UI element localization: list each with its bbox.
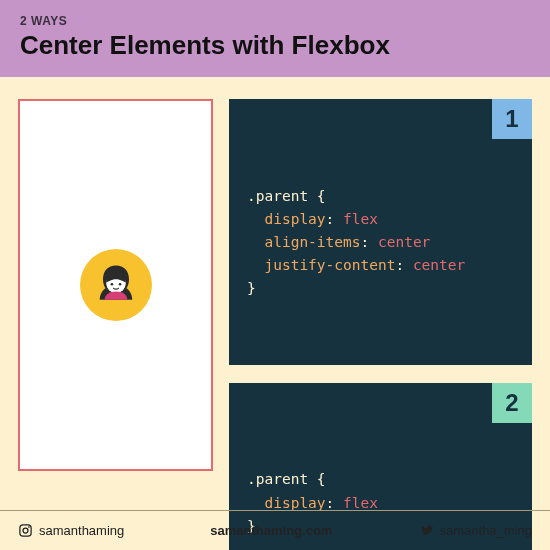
instagram-handle: samanthaming [18, 523, 124, 538]
header: 2 WAYS Center Elements with Flexbox [0, 0, 550, 77]
badge-1: 1 [492, 99, 532, 139]
avatar-icon [90, 259, 142, 311]
footer: samanthaming samanthaming.com samantha_m… [0, 510, 550, 550]
code-content-1: .parent { display: flex align-items: cen… [247, 185, 514, 301]
title: Center Elements with Flexbox [20, 30, 530, 61]
website-text: samanthaming.com [210, 523, 332, 538]
code-block-1: 1 .parent { display: flex align-items: c… [229, 99, 532, 365]
badge-2: 2 [492, 383, 532, 423]
main-row: 1 .parent { display: flex align-items: c… [0, 77, 550, 550]
svg-point-2 [118, 283, 121, 286]
avatar [80, 249, 152, 321]
twitter-handle: samantha_ming [419, 523, 533, 538]
code-column: 1 .parent { display: flex align-items: c… [229, 99, 532, 550]
svg-point-5 [28, 526, 30, 528]
twitter-icon [419, 523, 434, 538]
svg-point-1 [110, 283, 113, 286]
instagram-icon [18, 523, 33, 538]
eyebrow: 2 WAYS [20, 14, 530, 28]
svg-point-4 [23, 528, 28, 533]
twitter-text: samantha_ming [440, 523, 533, 538]
demo-panel [18, 99, 213, 471]
instagram-text: samanthaming [39, 523, 124, 538]
